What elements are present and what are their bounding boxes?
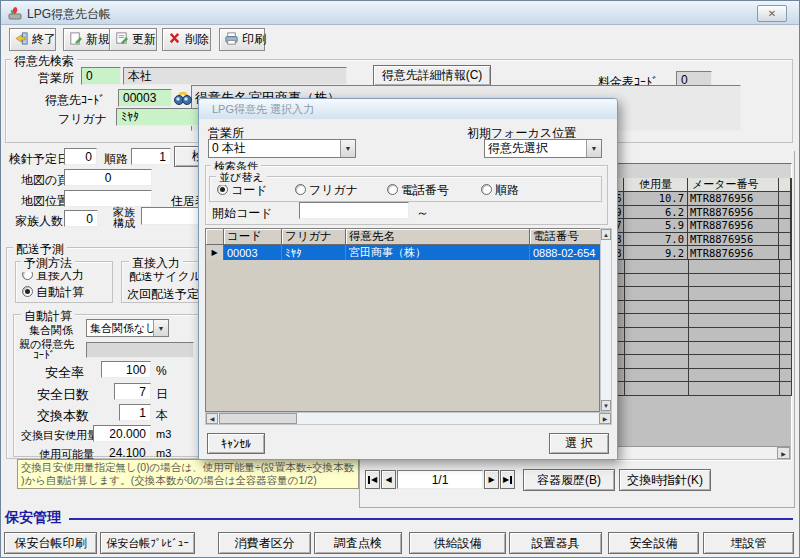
safety-ledger-print-button[interactable]: 保安台帳印刷 (4, 532, 97, 554)
meter-reading-table: 使用量 メーター番号 6 10.7 MTR8876956 9 6.2 MTR88… (613, 163, 792, 461)
record-page-indicator: 1/1 (397, 470, 483, 489)
chevron-down-icon[interactable]: ▼ (586, 140, 601, 157)
auto-calc-group-label: 自動計算 (21, 308, 75, 325)
safety-rate-field[interactable]: 100 (101, 361, 151, 378)
auto-calc-radio[interactable] (22, 286, 33, 297)
hscroll-thumb[interactable] (219, 413, 297, 424)
meter-empty-rows (614, 260, 791, 396)
sort-phone-radio[interactable] (387, 184, 398, 195)
scroll-right-icon[interactable]: ▶ (599, 413, 611, 424)
meter-header-partial-right (779, 178, 791, 192)
map-page-label: 地図の頁 (21, 172, 69, 189)
sort-route-radio[interactable] (481, 184, 492, 195)
row-selector-arrow: ▶ (206, 245, 224, 260)
office-code-field[interactable]: 0 (81, 67, 121, 85)
safety-days-field[interactable]: 7 (114, 383, 151, 400)
grid-cell-code[interactable]: 00003 (224, 245, 282, 260)
close-button[interactable]: ✕ (757, 5, 787, 22)
meter-cell-partial-right (779, 233, 791, 247)
meter-cell-number: MTR8876956 (688, 219, 779, 233)
grid-vscrollbar[interactable]: ▲ ▼ (600, 228, 612, 412)
cancel-button[interactable]: ｷｬﾝｾﾙ (207, 433, 265, 454)
grid-cell-phone[interactable]: 0888-02-654 (530, 245, 601, 260)
exchange-guide-button[interactable]: 交換時指針(K) (619, 469, 711, 491)
usage-target-field[interactable]: 20.000 (93, 425, 151, 442)
grid-cell-name[interactable]: 宮田商事（株） (346, 245, 530, 260)
route-field[interactable]: 1 (131, 148, 171, 165)
initial-focus-combo[interactable]: 得意先選択 ▼ (484, 139, 602, 158)
scroll-down-icon[interactable]: ▼ (601, 400, 611, 411)
print-button[interactable]: 印刷 (219, 28, 265, 51)
chevron-down-icon[interactable]: ▼ (153, 320, 168, 336)
range-tilde: ～ (416, 204, 429, 222)
exchange-count-unit: 本 (156, 407, 168, 424)
new-button[interactable]: 新規 (63, 28, 110, 51)
meter-cell-partial-right (779, 192, 791, 206)
select-button[interactable]: 選 択 (549, 433, 609, 454)
scroll-left-icon[interactable]: ◀ (206, 413, 218, 424)
meter-cell-number: MTR8876956 (688, 233, 779, 247)
meter-cell-partial-right (779, 246, 791, 260)
family-count-field[interactable]: 0 (64, 210, 98, 227)
relation-combo[interactable]: 集合関係なし ▼ (86, 319, 169, 337)
exit-button[interactable]: 終了 (9, 28, 56, 51)
nav-first-button[interactable]: ◀ (365, 470, 380, 489)
family-count-label: 家族人数 (15, 213, 63, 230)
office-name-display: 本社 (123, 67, 347, 85)
safety-equipment-button[interactable]: 安全設備 (608, 532, 699, 554)
start-code-input[interactable] (299, 202, 409, 219)
consumer-class-button[interactable]: 消費者区分 (218, 532, 311, 554)
usable-amount-unit: m3 (156, 447, 171, 459)
map-page-field[interactable]: 0 (64, 169, 152, 186)
usable-amount-value: 24.100 (109, 446, 146, 460)
grid-cell-kana[interactable]: ﾐﾔﾀ (282, 245, 346, 260)
container-history-button[interactable]: 容器履歴(B) (523, 469, 615, 491)
auto-calc-radio-label: 自動計算 (36, 284, 84, 301)
exchange-count-field[interactable]: 1 (119, 404, 151, 421)
installed-appliance-button[interactable]: 設置器具 (509, 532, 602, 554)
customer-detail-button[interactable]: 得意先詳細情報(C) (373, 65, 491, 86)
dialog-office-combo[interactable]: 0 本社 ▼ (208, 139, 356, 158)
customer-code-field[interactable]: 00003 (118, 89, 172, 107)
customer-grid: コード フリガナ 得意先名 電話番号 ▶ 00003 ﾐﾔﾀ 宮田商事（株） 0… (205, 228, 600, 412)
exit-label: 終了 (32, 31, 56, 48)
chevron-down-icon[interactable]: ▼ (340, 140, 355, 157)
meter-hscrollbar[interactable]: ▶ (615, 446, 790, 459)
dialog-title-bar: LPG得意先 選択入力 (199, 99, 617, 119)
delete-button[interactable]: 削除 (162, 28, 211, 51)
new-document-icon (68, 31, 83, 49)
nav-prev-button[interactable]: ◀ (381, 470, 396, 489)
exit-icon (14, 31, 29, 49)
relation-combo-value: 集合関係なし (87, 321, 153, 336)
supply-equipment-button[interactable]: 供給設備 (409, 532, 506, 554)
printer-icon (224, 31, 239, 49)
family-structure-label-2: 構成 (113, 216, 135, 231)
nav-next-button[interactable]: ▶ (484, 470, 499, 489)
note-line-1: 交換目安使用量指定無し(0)の場合は、使用可能量÷(設置本数÷交換本数 (21, 461, 355, 474)
nav-last-button[interactable]: ▶ (500, 470, 515, 489)
direct-input-group-label: 直接入力 (129, 255, 183, 272)
grid-header-name: 得意先名 (346, 229, 530, 245)
sort-route-label: 順路 (495, 182, 519, 199)
safety-rate-unit: % (156, 364, 167, 378)
map-position-field[interactable] (64, 190, 152, 207)
app-icon (7, 5, 23, 21)
office-label: 営業所 (38, 70, 74, 87)
meter-header-number: メーター番号 (688, 178, 779, 192)
safety-ledger-preview-button[interactable]: 保安台帳ﾌﾟﾚﾋﾞｭｰ (100, 532, 195, 554)
start-code-label: 開始コード (212, 205, 273, 222)
meter-date-field[interactable]: 0 (64, 148, 97, 165)
update-document-icon (114, 31, 129, 49)
usage-target-label: 交換目安使用量 (21, 428, 98, 443)
sort-code-radio[interactable] (217, 184, 228, 195)
grid-hscrollbar[interactable]: ◀ ▶ (205, 412, 612, 425)
grid-header-phone: 電話番号 (530, 229, 601, 245)
update-button[interactable]: 更新 (109, 28, 157, 51)
sort-kana-label: フリガナ (309, 182, 358, 199)
note-line-2: )から自動計算します。(交換本数が0の場合は全容器容量の1/2) (21, 474, 355, 487)
buried-pipe-button[interactable]: 埋設管 (703, 532, 794, 554)
scroll-right-icon[interactable]: ▶ (777, 447, 790, 459)
inspection-button[interactable]: 調査点検 (314, 532, 402, 554)
sort-kana-radio[interactable] (295, 184, 306, 195)
scroll-up-icon[interactable]: ▲ (601, 229, 611, 240)
